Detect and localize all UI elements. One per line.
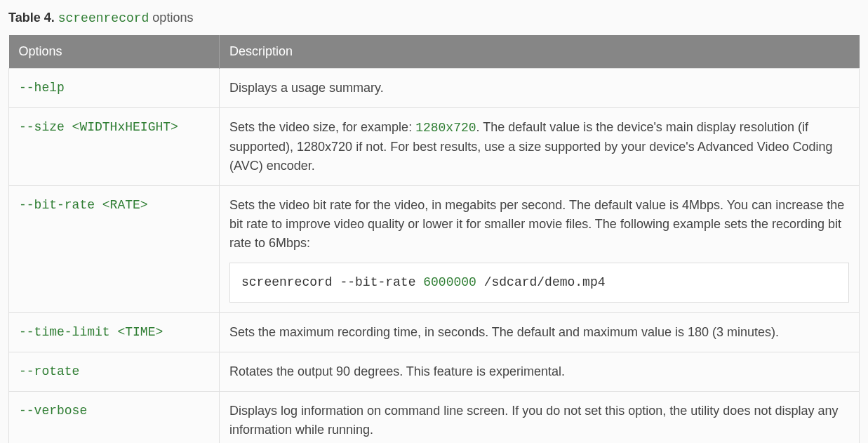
desc-bitrate: Sets the video bit rate for the video, i…	[220, 186, 860, 313]
desc-verbose: Displays log information on command line…	[220, 392, 860, 444]
table-caption: Table 4. screenrecord options	[8, 8, 860, 28]
table-row: --verbose Displays log information on co…	[9, 392, 860, 444]
code-example: screenrecord --bit-rate 6000000 /sdcard/…	[229, 263, 849, 303]
header-description: Description	[220, 35, 860, 69]
desc-size: Sets the video size, for example: 1280x7…	[220, 108, 860, 186]
table-row: --bit-rate <RATE> Sets the video bit rat…	[9, 186, 860, 313]
option-size: --size <WIDTHxHEIGHT>	[9, 108, 220, 186]
code-example-b: /sdcard/demo.mp4	[476, 275, 606, 289]
option-verbose: --verbose	[9, 392, 220, 444]
option-timelimit: --time-limit <TIME>	[9, 313, 220, 352]
option-bitrate: --bit-rate <RATE>	[9, 186, 220, 313]
option-help: --help	[9, 69, 220, 108]
table-row: --time-limit <TIME> Sets the maximum rec…	[9, 313, 860, 352]
table-header-row: Options Description	[9, 35, 860, 69]
caption-bold: Table 4.	[8, 11, 55, 25]
options-table: Options Description --help Displays a us…	[8, 35, 860, 443]
header-options: Options	[9, 35, 220, 69]
desc-help: Displays a usage summary.	[220, 69, 860, 108]
table-row: --size <WIDTHxHEIGHT> Sets the video siz…	[9, 108, 860, 186]
desc-size-a: Sets the video size, for example:	[229, 120, 415, 134]
desc-bitrate-text: Sets the video bit rate for the video, i…	[229, 196, 849, 253]
code-example-num: 6000000	[423, 275, 476, 289]
option-rotate: --rotate	[9, 352, 220, 392]
table-row: --help Displays a usage summary.	[9, 69, 860, 108]
desc-size-code: 1280x720	[415, 121, 476, 135]
code-example-a: screenrecord --bit-rate	[241, 275, 423, 289]
caption-suffix: options	[152, 11, 193, 25]
desc-timelimit: Sets the maximum recording time, in seco…	[220, 313, 860, 352]
table-row: --rotate Rotates the output 90 degrees. …	[9, 352, 860, 392]
desc-rotate: Rotates the output 90 degrees. This feat…	[220, 352, 860, 392]
caption-code: screenrecord	[58, 11, 149, 25]
